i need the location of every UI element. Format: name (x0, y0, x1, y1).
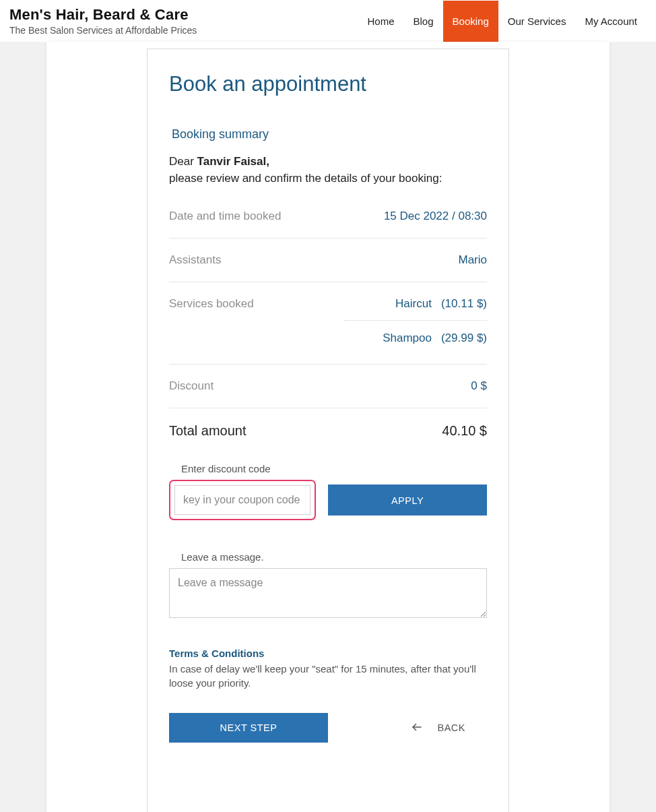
service-separator (344, 320, 487, 321)
service-line: Haircut (10.11 $) (395, 297, 487, 313)
next-step-button[interactable]: NEXT STEP (169, 713, 328, 743)
review-instruction: please review and confirm the details of… (169, 172, 442, 185)
message-textarea[interactable] (169, 568, 487, 618)
service-name: Haircut (395, 297, 432, 311)
total-label: Total amount (169, 423, 247, 439)
total-value: 40.10 $ (442, 423, 487, 439)
date-label: Date and time booked (169, 210, 281, 223)
dear-prefix: Dear (169, 155, 197, 168)
nav-item-account[interactable]: My Account (575, 2, 647, 40)
coupon-label: Enter discount code (181, 463, 487, 474)
discount-value: 0 $ (471, 379, 487, 393)
coupon-highlight-box (169, 480, 316, 520)
discount-label: Discount (169, 379, 214, 393)
site-title: Men's Hair, Beard & Care (9, 6, 197, 24)
apply-button[interactable]: APPLY (328, 485, 487, 516)
customer-name: Tanvir Faisal, (197, 155, 269, 168)
main-nav: Home Blog Booking Our Services My Accoun… (358, 1, 647, 42)
coupon-zone: APPLY (169, 480, 487, 520)
assistants-value: Mario (458, 253, 487, 267)
coupon-input[interactable] (174, 485, 310, 515)
nav-item-blog[interactable]: Blog (404, 2, 443, 40)
discount-row: Discount 0 $ (169, 379, 487, 408)
site-subtitle: The Best Salon Services at Affordable Pr… (9, 25, 197, 36)
brand-block: Men's Hair, Beard & Care The Best Salon … (9, 6, 197, 36)
service-price: (29.99 $) (441, 332, 487, 345)
step-nav: NEXT STEP BACK (169, 713, 487, 743)
services-row: Services booked Haircut (10.11 $) Shampo… (169, 297, 487, 365)
total-row: Total amount 40.10 $ (169, 423, 487, 439)
date-row: Date and time booked 15 Dec 2022 / 08:30 (169, 210, 487, 239)
back-label: BACK (438, 722, 466, 733)
message-label: Leave a message. (181, 551, 487, 563)
service-name: Shampoo (383, 332, 432, 345)
terms-title: Terms & Conditions (169, 648, 487, 659)
nav-item-services[interactable]: Our Services (498, 2, 576, 40)
page-title: Book an appointment (169, 72, 487, 96)
assistants-row: Assistants Mario (169, 253, 487, 282)
booking-card: Book an appointment Booking summary Dear… (147, 49, 509, 812)
assistants-label: Assistants (169, 253, 221, 267)
back-button[interactable]: BACK (411, 721, 488, 735)
terms-body: In case of delay we'll keep your "seat" … (169, 662, 487, 690)
nav-item-home[interactable]: Home (358, 2, 403, 40)
page-container: Book an appointment Booking summary Dear… (46, 42, 610, 812)
services-label: Services booked (169, 297, 254, 311)
greeting-block: Dear Tanvir Faisal, please review and co… (169, 154, 487, 187)
date-value: 15 Dec 2022 / 08:30 (384, 210, 487, 223)
nav-item-booking[interactable]: Booking (443, 1, 498, 42)
top-navbar: Men's Hair, Beard & Care The Best Salon … (0, 0, 656, 42)
arrow-left-icon (411, 721, 423, 735)
booking-summary-heading: Booking summary (169, 127, 487, 142)
service-price: (10.11 $) (441, 297, 487, 311)
service-line: Shampoo (29.99 $) (169, 325, 487, 348)
